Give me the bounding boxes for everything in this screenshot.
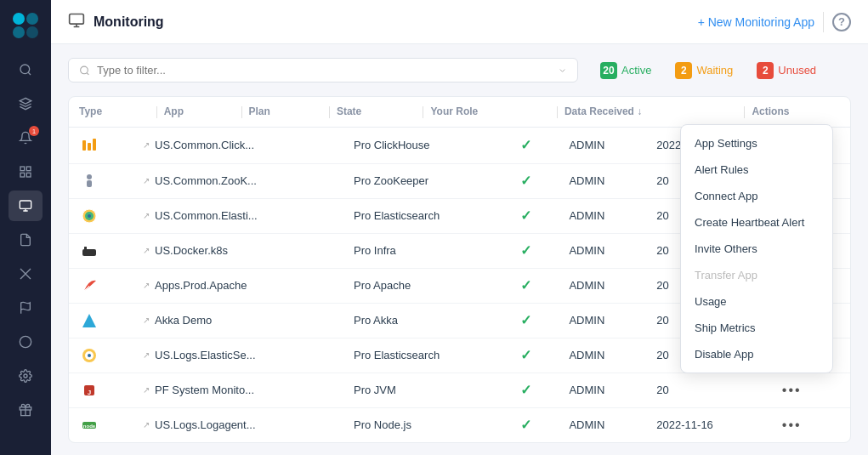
app-name: Apps.Prod.Apache	[155, 279, 247, 292]
unused-label: Unused	[778, 64, 816, 77]
cell-app: ↗ US.Common.Elasti...	[133, 198, 343, 233]
sidebar-item-gift[interactable]	[9, 395, 43, 425]
svg-point-31	[88, 354, 91, 357]
dropdown-menu-item[interactable]: Disable App	[681, 341, 832, 367]
state-check: ✓	[520, 418, 531, 432]
state-check: ✓	[520, 278, 531, 293]
dropdown-menu-item[interactable]: Invite Others	[681, 236, 832, 262]
app-type-icon	[79, 345, 99, 366]
dropdown-menu-item[interactable]: Alert Rules	[681, 156, 832, 183]
app-name: PF System Monito...	[155, 384, 254, 396]
cell-role: ADMIN	[559, 338, 646, 373]
state-check: ✓	[520, 243, 531, 258]
cell-actions: •••	[767, 373, 850, 407]
role-label: ADMIN	[569, 349, 604, 361]
sidebar-item-alerts[interactable]: 1	[9, 122, 43, 153]
sidebar-item-monitoring[interactable]	[9, 191, 43, 221]
actions-menu-button[interactable]: •••	[777, 416, 807, 435]
external-link-icon: ↗	[143, 350, 150, 360]
plan-name: Pro JVM	[354, 384, 396, 396]
cell-type	[69, 128, 133, 164]
status-waiting-filter[interactable]: 2 Waiting	[667, 59, 741, 82]
status-filters: 20 Active 2 Waiting 2 Unused	[592, 59, 825, 82]
cell-plan: Pro Infra	[343, 233, 510, 268]
role-label: ADMIN	[569, 244, 604, 257]
data-received-value: 2022-11-16	[656, 418, 713, 431]
data-received-value: 20	[656, 314, 668, 327]
dropdown-menu-item[interactable]: Ship Metrics	[681, 315, 832, 341]
col-state: State	[319, 97, 413, 127]
sidebar-item-circle[interactable]	[9, 327, 43, 357]
state-check: ✓	[520, 313, 531, 327]
table-row: J ↗ PF System Monito... Pro JVM ✓ ADMIN …	[69, 373, 850, 407]
dropdown-menu-item[interactable]: Connect App	[681, 183, 832, 209]
plan-name: Pro Elasticsearch	[354, 209, 440, 222]
cell-role: ADMIN	[559, 128, 646, 164]
cell-plan: Pro Node.js	[343, 407, 510, 442]
col-plan: Plan	[231, 97, 319, 127]
sidebar-item-grid[interactable]	[9, 156, 43, 187]
topbar: Monitoring + New Monitoring App ?	[51, 0, 868, 44]
col-actions: Actions	[734, 97, 850, 127]
data-received-value: 20	[656, 244, 668, 257]
role-label: ADMIN	[569, 418, 604, 431]
cell-actions: •••	[767, 407, 850, 442]
svg-rect-26	[84, 247, 87, 249]
sidebar-item-search[interactable]	[9, 54, 43, 85]
cell-plan: Pro ClickHouse	[343, 128, 510, 164]
role-label: ADMIN	[569, 209, 604, 222]
search-input[interactable]	[97, 64, 551, 77]
sidebar-item-deploy[interactable]	[9, 88, 43, 119]
plan-name: Pro Akka	[354, 314, 398, 327]
sidebar-item-logs[interactable]	[9, 225, 43, 255]
search-box[interactable]	[68, 58, 578, 82]
status-unused-filter[interactable]: 2 Unused	[748, 59, 825, 82]
cell-role: ADMIN	[559, 163, 646, 198]
cell-type	[69, 163, 133, 198]
filter-bar: 20 Active 2 Waiting 2 Unused	[68, 58, 851, 82]
new-monitoring-app-button[interactable]: + New Monitoring App	[698, 15, 814, 29]
chevron-down-icon	[558, 65, 567, 76]
sidebar-logo[interactable]	[9, 9, 43, 43]
sidebar-item-settings[interactable]	[9, 361, 43, 391]
cell-app: ↗ US.Common.ZooK...	[133, 163, 343, 198]
app-type-icon	[79, 241, 99, 261]
svg-point-1	[26, 13, 38, 25]
help-icon[interactable]: ?	[832, 13, 851, 31]
table-row: node ↗ US.Logs.Logagent... Pro Node.js ✓…	[69, 407, 850, 442]
external-link-icon: ↗	[143, 246, 150, 255]
active-count: 20	[600, 62, 617, 79]
cell-type	[69, 268, 133, 303]
cell-plan: Pro ZooKeeper	[343, 163, 510, 198]
svg-rect-21	[87, 180, 92, 187]
svg-rect-6	[26, 167, 31, 171]
actions-menu-button[interactable]: •••	[777, 381, 807, 400]
role-label: ADMIN	[569, 174, 604, 187]
cell-type	[69, 198, 133, 233]
sidebar-item-cross[interactable]	[9, 259, 43, 289]
page-title: Monitoring	[94, 14, 689, 30]
cell-state: ✓	[510, 407, 559, 442]
app-name: Akka Demo	[155, 314, 212, 327]
cell-state: ✓	[510, 233, 559, 268]
cell-state: ✓	[510, 303, 559, 338]
svg-rect-15	[70, 14, 84, 25]
plan-name: Pro ZooKeeper	[354, 174, 428, 187]
external-link-icon: ↗	[143, 211, 150, 220]
sidebar-item-flag[interactable]	[9, 293, 43, 323]
cell-plan: Pro Akka	[343, 303, 510, 338]
role-label: ADMIN	[569, 279, 604, 292]
status-active-filter[interactable]: 20 Active	[592, 59, 660, 82]
external-link-icon: ↗	[143, 316, 150, 325]
cell-role: ADMIN	[559, 373, 646, 407]
external-link-icon: ↗	[143, 140, 150, 150]
dropdown-menu-item[interactable]: Create Heartbeat Alert	[681, 209, 832, 236]
dropdown-menu-item[interactable]: Usage	[681, 288, 832, 315]
plan-name: Pro ClickHouse	[354, 139, 430, 151]
plan-name: Pro Node.js	[354, 418, 411, 431]
svg-rect-19	[93, 139, 96, 151]
dropdown-menu-item[interactable]: App Settings	[681, 130, 832, 156]
cell-app: ↗ US.Common.Click...	[133, 128, 343, 164]
cell-app: ↗ Akka Demo	[133, 303, 343, 338]
col-data-received: Data Received ↓	[547, 97, 735, 127]
